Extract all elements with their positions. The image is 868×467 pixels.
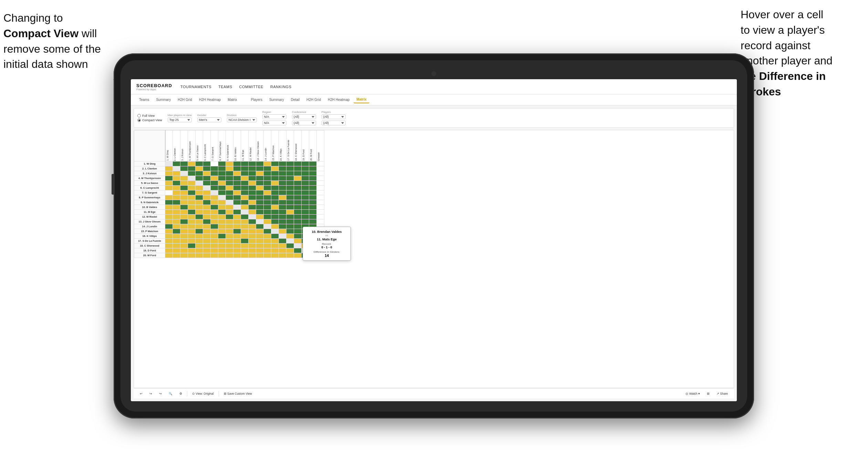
matrix-cell[interactable] [226, 166, 233, 171]
matrix-cell[interactable] [241, 205, 249, 210]
matrix-cell[interactable] [271, 162, 279, 166]
matrix-cell[interactable] [196, 215, 203, 219]
matrix-cell[interactable] [286, 239, 294, 243]
matrix-cell[interactable] [286, 243, 294, 248]
matrix-cell[interactable] [203, 171, 211, 176]
matrix-cell[interactable] [256, 162, 264, 166]
matrix-cell[interactable] [173, 195, 180, 200]
matrix-cell[interactable] [203, 195, 211, 200]
matrix-cell[interactable] [256, 253, 264, 258]
matrix-cell[interactable] [233, 171, 241, 176]
matrix-cell[interactable] [218, 239, 226, 243]
matrix-cell[interactable] [226, 215, 233, 219]
matrix-cell[interactable] [241, 248, 249, 253]
matrix-cell[interactable] [286, 162, 294, 166]
matrix-cell[interactable] [203, 229, 211, 234]
matrix-cell[interactable] [294, 234, 302, 239]
matrix-cell[interactable] [286, 234, 294, 239]
matrix-cell[interactable] [180, 215, 188, 219]
matrix-cell[interactable] [309, 195, 317, 200]
matrix-cell[interactable] [233, 166, 241, 171]
matrix-cell[interactable] [173, 229, 180, 234]
matrix-cell[interactable] [241, 195, 249, 200]
matrix-cell[interactable] [294, 253, 302, 258]
matrix-cell[interactable] [302, 210, 309, 215]
matrix-cell[interactable] [241, 210, 249, 215]
matrix-cell[interactable] [317, 166, 324, 171]
matrix-cell[interactable] [188, 186, 196, 190]
matrix-cell[interactable] [302, 205, 309, 210]
matrix-cell[interactable] [286, 176, 294, 181]
matrix-cell[interactable] [249, 253, 256, 258]
matrix-cell[interactable] [218, 190, 226, 195]
matrix-cell[interactable] [241, 229, 249, 234]
matrix-cell[interactable] [226, 239, 233, 243]
matrix-cell[interactable] [249, 224, 256, 229]
matrix-cell[interactable] [309, 219, 317, 224]
matrix-cell[interactable] [188, 215, 196, 219]
matrix-cell[interactable] [256, 243, 264, 248]
matrix-cell[interactable] [173, 243, 180, 248]
matrix-cell[interactable] [256, 224, 264, 229]
matrix-cell[interactable] [180, 162, 188, 166]
matrix-cell[interactable] [180, 248, 188, 253]
matrix-cell[interactable] [233, 210, 241, 215]
matrix-cell[interactable] [196, 166, 203, 171]
matrix-cell[interactable] [279, 205, 286, 210]
matrix-cell[interactable] [233, 253, 241, 258]
matrix-cell[interactable] [196, 186, 203, 190]
matrix-cell[interactable] [286, 181, 294, 186]
matrix-cell[interactable] [256, 234, 264, 239]
matrix-cell[interactable] [249, 210, 256, 215]
tab-players[interactable]: Players [248, 96, 265, 103]
matrix-cell[interactable] [188, 181, 196, 186]
matrix-cell[interactable] [279, 176, 286, 181]
matrix-cell[interactable] [317, 181, 324, 186]
matrix-area[interactable]: 1. W Ding 2. L Clanton 3. J Koivun 4. M … [134, 130, 734, 388]
matrix-cell[interactable] [233, 248, 241, 253]
matrix-cell[interactable] [180, 190, 188, 195]
matrix-cell[interactable] [196, 219, 203, 224]
matrix-cell[interactable] [279, 200, 286, 205]
matrix-cell[interactable] [241, 166, 249, 171]
matrix-cell[interactable] [180, 171, 188, 176]
matrix-cell[interactable] [256, 171, 264, 176]
matrix-cell[interactable] [241, 190, 249, 195]
matrix-cell[interactable] [294, 224, 302, 229]
tab-h2h-heatmap-2[interactable]: H2H Heatmap [325, 96, 352, 103]
matrix-cell[interactable] [180, 239, 188, 243]
matrix-cell[interactable] [317, 210, 324, 215]
nav-tournaments[interactable]: TOURNAMENTS [180, 85, 211, 89]
matrix-cell[interactable] [218, 229, 226, 234]
matrix-cell[interactable] [203, 210, 211, 215]
matrix-cell[interactable] [211, 248, 218, 253]
matrix-cell[interactable] [188, 248, 196, 253]
matrix-cell[interactable] [264, 195, 271, 200]
tab-matrix-active[interactable]: Matrix [354, 96, 369, 103]
matrix-cell[interactable] [264, 166, 271, 171]
matrix-cell[interactable] [226, 162, 233, 166]
matrix-cell[interactable] [180, 195, 188, 200]
matrix-cell[interactable] [203, 200, 211, 205]
matrix-cell[interactable] [256, 200, 264, 205]
matrix-cell[interactable] [241, 186, 249, 190]
matrix-cell[interactable] [249, 200, 256, 205]
matrix-cell[interactable] [279, 186, 286, 190]
matrix-cell[interactable] [188, 162, 196, 166]
matrix-cell[interactable] [264, 229, 271, 234]
matrix-cell[interactable] [173, 162, 180, 166]
matrix-cell[interactable] [180, 186, 188, 190]
matrix-cell[interactable] [173, 186, 180, 190]
matrix-cell[interactable] [218, 205, 226, 210]
compact-view-option[interactable]: Compact View [137, 118, 162, 122]
matrix-cell[interactable] [309, 162, 317, 166]
matrix-cell[interactable] [264, 181, 271, 186]
matrix-cell[interactable] [256, 239, 264, 243]
matrix-cell[interactable] [294, 176, 302, 181]
matrix-cell[interactable] [203, 248, 211, 253]
matrix-cell[interactable] [211, 186, 218, 190]
matrix-cell[interactable] [218, 162, 226, 166]
matrix-cell[interactable] [165, 219, 173, 224]
matrix-cell[interactable] [256, 248, 264, 253]
matrix-cell[interactable] [233, 190, 241, 195]
